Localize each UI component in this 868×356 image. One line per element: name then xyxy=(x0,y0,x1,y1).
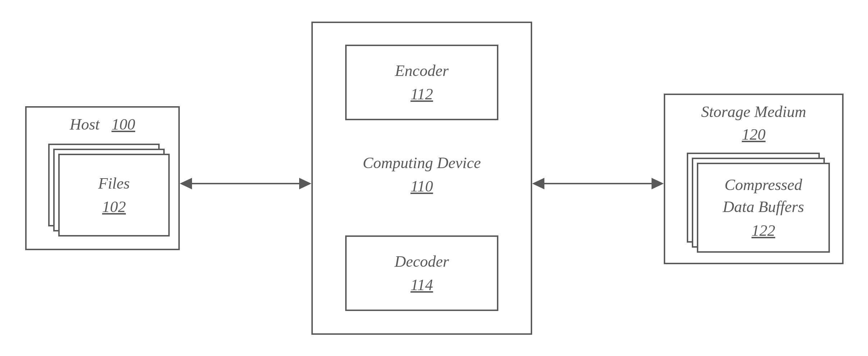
encoder-ref: 112 xyxy=(411,84,433,104)
device-title-block: Computing Device 110 xyxy=(313,153,531,197)
arrowhead-left-icon xyxy=(180,178,192,189)
storage-title: Storage Medium xyxy=(701,102,806,122)
device-ref: 110 xyxy=(411,176,433,197)
decoder-box: Decoder 114 xyxy=(345,235,498,311)
svg-marker-3 xyxy=(652,178,664,189)
buffers-label-2: Data Buffers xyxy=(723,197,804,217)
decoder-label: Decoder xyxy=(394,251,449,272)
device-title: Computing Device xyxy=(363,153,481,173)
encoder-box: Encoder 112 xyxy=(345,45,498,120)
files-card: Files 102 xyxy=(58,154,170,236)
arrow-host-device xyxy=(180,176,311,191)
buffers-ref: 122 xyxy=(751,220,775,241)
computing-device-box: Encoder 112 Computing Device 110 Decoder… xyxy=(311,22,532,335)
files-label: Files xyxy=(98,173,130,194)
arrowhead-right-icon xyxy=(299,178,311,189)
diagram-canvas: Host 100 Files 102 Encoder 112 xyxy=(0,0,868,356)
storage-ref: 120 xyxy=(742,124,766,145)
arrowhead-left-icon xyxy=(532,178,544,189)
arrowhead-right-icon xyxy=(652,178,664,189)
encoder-label: Encoder xyxy=(395,60,448,81)
svg-marker-0 xyxy=(180,178,192,189)
host-box: Host 100 Files 102 xyxy=(25,106,180,250)
buffers-label-1: Compressed xyxy=(725,175,802,195)
arrow-device-storage xyxy=(532,176,664,191)
svg-marker-1 xyxy=(299,178,311,189)
decoder-ref: 114 xyxy=(411,275,433,295)
host-ref: 100 xyxy=(111,116,135,133)
buffers-card: Compressed Data Buffers 122 xyxy=(697,163,830,253)
files-ref: 102 xyxy=(102,197,126,217)
svg-marker-2 xyxy=(532,178,544,189)
host-title: Host xyxy=(70,116,100,133)
host-title-row: Host 100 xyxy=(70,114,135,135)
storage-medium-box: Storage Medium 120 Compressed Data Buffe… xyxy=(664,94,844,264)
